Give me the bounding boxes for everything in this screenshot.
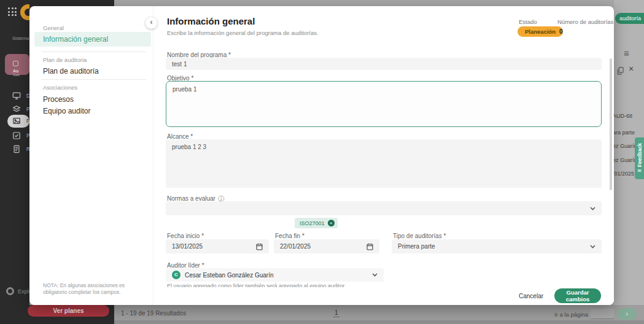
programs-icon[interactable] bbox=[12, 117, 22, 126]
explora-label: Explora bbox=[18, 288, 29, 295]
hamburger-icon[interactable]: ≡ bbox=[624, 48, 629, 58]
section-label-asociaciones: Asociaciones bbox=[43, 84, 77, 91]
calendar-icon bbox=[256, 243, 263, 250]
fecha-inicio-label: Fecha inicio * bbox=[167, 233, 204, 239]
workspace-icon bbox=[13, 61, 18, 66]
fecha-inicio-input[interactable]: 13/01/2025 bbox=[166, 239, 269, 253]
sidebar-note: NOTA: En algunas asociaciones es obligat… bbox=[43, 282, 144, 296]
modal-footer: Cancelar Guardar cambios bbox=[153, 287, 614, 305]
modal-sidebar: General Información general Plan de audi… bbox=[29, 6, 153, 305]
fecha-fin-value: 22/01/2025 bbox=[280, 243, 311, 250]
fecha-fin-label: Fecha fin * bbox=[275, 233, 305, 239]
page-title: Información general bbox=[167, 16, 255, 26]
goto-page-label: Ir a la página bbox=[554, 311, 588, 318]
cancel-button[interactable]: Cancelar bbox=[519, 293, 543, 299]
close-icon[interactable]: × bbox=[629, 64, 634, 74]
explora-icon[interactable] bbox=[6, 287, 14, 295]
sidebar-item-plan-auditoria[interactable]: Plan de auditoría bbox=[43, 67, 99, 75]
chevron-down-icon bbox=[590, 207, 596, 210]
avatar: C bbox=[172, 271, 180, 279]
chevron-left-icon: ‹ bbox=[150, 18, 153, 26]
nombre-input[interactable] bbox=[166, 58, 602, 70]
fecha-fin-input[interactable]: 22/01/2025 bbox=[274, 239, 379, 253]
tipo-auditorias-select[interactable]: Primera parte bbox=[392, 239, 602, 253]
alcance-textarea[interactable]: prueba 1 2 3 bbox=[166, 139, 602, 188]
goto-page-button[interactable]: › bbox=[617, 308, 637, 320]
chevron-down-icon bbox=[590, 245, 596, 249]
results-count: 1 - 19 de 19 Resultados bbox=[121, 310, 186, 317]
layers-icon[interactable] bbox=[12, 105, 22, 115]
save-button[interactable]: Guardar cambios bbox=[554, 288, 601, 303]
auditor-lider-value: Cesar Esteban González Guarín bbox=[185, 272, 274, 279]
scrollbar[interactable] bbox=[610, 58, 612, 190]
create-audit-button-partial[interactable]: auditoría bbox=[615, 13, 644, 24]
collapse-sidebar-button[interactable]: ‹ bbox=[145, 17, 157, 29]
norma-chip: ISO27001 × bbox=[295, 218, 338, 228]
remove-chip-icon[interactable]: × bbox=[328, 220, 335, 226]
objetivo-textarea[interactable]: prueba 1 bbox=[166, 81, 602, 127]
sistema-label: Sistema d bbox=[12, 36, 29, 41]
calendar-icon bbox=[367, 243, 373, 250]
sidebar-item-informacion-general[interactable]: Información general bbox=[34, 32, 151, 47]
section-label-general: General bbox=[43, 25, 64, 31]
chevron-down-icon bbox=[372, 273, 378, 277]
audit-program-modal: General Información general Plan de audi… bbox=[29, 6, 614, 305]
modal-main: Información general Escribe la informaci… bbox=[153, 6, 614, 305]
divider bbox=[42, 52, 146, 52]
feedback-label: Feedback bbox=[637, 143, 643, 167]
fecha-inicio-value: 13/01/2025 bbox=[172, 243, 203, 250]
mail-icon: ✉ bbox=[637, 168, 642, 174]
tipo-auditorias-value: Primera parte bbox=[398, 243, 435, 250]
normas-select[interactable] bbox=[166, 201, 602, 215]
sidebar-item-procesos[interactable]: Procesos bbox=[43, 95, 74, 104]
estado-label: Estado bbox=[519, 18, 537, 25]
workspace-card[interactable]: Au Ges bbox=[5, 54, 29, 75]
page-subtitle: Escribe la información general del progr… bbox=[167, 29, 319, 36]
auditor-lider-select[interactable]: C Cesar Esteban González Guarín bbox=[166, 268, 384, 282]
norma-chip-label: ISO27001 bbox=[300, 220, 325, 226]
workspace-title: Au bbox=[13, 69, 29, 73]
copy-icon[interactable] bbox=[617, 66, 624, 74]
section-label-plan: Plan de auditoria bbox=[43, 56, 87, 63]
app-root: Sistema d Au Ges D P P P R Explora Ver p… bbox=[0, 0, 644, 324]
feedback-tab[interactable]: Feedback ✉ bbox=[635, 137, 644, 179]
goto-page-input[interactable] bbox=[591, 309, 614, 319]
current-page[interactable]: 1 bbox=[333, 309, 339, 317]
divider bbox=[42, 79, 146, 80]
report-icon[interactable] bbox=[12, 145, 22, 155]
drawer-text-partial: AUD-68 bbox=[613, 113, 642, 119]
workspace-subtitle: Ges bbox=[13, 73, 29, 77]
app-logo bbox=[20, 4, 29, 20]
apps-grid-icon[interactable] bbox=[8, 7, 17, 16]
num-auditorias-label: Número de auditorías bbox=[557, 18, 613, 25]
ver-planes-button[interactable]: Ver planes bbox=[28, 305, 109, 317]
app-sidebar: Sistema d Au Ges D P P P R Explora bbox=[0, 0, 29, 324]
check-square-icon[interactable] bbox=[12, 131, 22, 141]
tipo-auditorias-label: Tipo de auditorías * bbox=[393, 233, 446, 239]
num-auditorias-value: 0 bbox=[559, 28, 563, 35]
status-badge: Planeación bbox=[518, 26, 563, 37]
sidebar-item-equipo-auditor[interactable]: Equipo auditor bbox=[43, 107, 90, 115]
monitor-icon[interactable] bbox=[12, 91, 22, 101]
drawer-text-partial: ara parte bbox=[613, 129, 642, 136]
